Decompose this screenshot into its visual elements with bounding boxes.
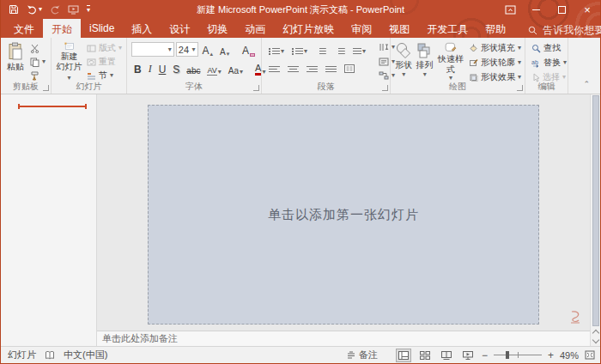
change-case-button[interactable]: Aa▾	[226, 62, 246, 76]
slide-canvas[interactable]: 单击以添加第一张幻灯片	[148, 105, 539, 325]
character-spacing-button[interactable]: AV▾	[204, 62, 223, 76]
notes-pane[interactable]: 单击此处添加备注	[97, 331, 590, 346]
reset-button[interactable]: 重置	[85, 56, 124, 68]
shapes-button[interactable]: 形状 ▾	[394, 40, 414, 82]
tab-developer[interactable]: 开发工具	[418, 19, 477, 38]
text-shadow-icon: S	[173, 64, 179, 76]
arrange-button[interactable]: 排列 ▾	[416, 40, 435, 82]
scrollbar-thumb[interactable]	[592, 95, 599, 326]
align-left-button[interactable]	[266, 59, 282, 73]
shape-outline-button[interactable]: 形状轮廓▾	[467, 57, 523, 69]
copy-dropdown-arrow[interactable]: ▾	[42, 58, 46, 65]
slide-placeholder-text[interactable]: 单击以添加第一张幻灯片	[268, 207, 419, 223]
strikethrough-button[interactable]: abc	[184, 62, 203, 76]
zoom-out-button[interactable]: −	[482, 350, 488, 361]
fit-to-window-icon[interactable]	[585, 350, 595, 360]
find-button[interactable]: 查找	[530, 42, 568, 54]
font-name-combo[interactable]: ▾	[131, 42, 174, 57]
language-status[interactable]: 中文(中国)	[64, 349, 107, 361]
italic-button[interactable]: I	[146, 62, 155, 76]
decrease-indent-button[interactable]	[313, 41, 329, 55]
text-shadow-button[interactable]: S	[170, 62, 182, 76]
close-button[interactable]: ×	[574, 0, 600, 19]
redo-button[interactable]	[50, 5, 60, 15]
clear-formatting-button[interactable]: A	[240, 43, 258, 57]
customize-qat-button[interactable]: ▾	[87, 5, 90, 14]
bullets-button[interactable]: ▾	[266, 41, 287, 55]
search-icon	[528, 26, 537, 35]
justify-button[interactable]	[323, 59, 339, 73]
layout-button[interactable]: 版式▾	[85, 42, 124, 54]
quick-styles-button[interactable]: 快速样式 ▾	[436, 40, 465, 82]
minimize-icon	[532, 9, 540, 10]
status-left: 幻灯片 中文(中国)	[8, 349, 107, 361]
zoom-level[interactable]: 49%	[560, 350, 579, 361]
increase-indent-button[interactable]	[331, 41, 348, 55]
tab-view[interactable]: 视图	[380, 19, 418, 38]
font-size-combo[interactable]: 24▾	[176, 42, 198, 57]
tab-review[interactable]: 审阅	[343, 19, 380, 38]
collapse-ribbon-button[interactable]: ⌃	[583, 80, 590, 88]
ribbon-display-options-button[interactable]	[497, 0, 523, 19]
select-dropdown-arrow: ▾	[562, 74, 566, 81]
minimize-button[interactable]	[523, 0, 549, 19]
decrease-indent-icon	[315, 47, 326, 55]
drawing-dialog-launcher[interactable]	[517, 85, 523, 91]
shape-fill-button[interactable]: 形状填充▾	[467, 42, 523, 54]
numbering-button[interactable]: ▾	[289, 41, 310, 55]
undo-dropdown-arrow[interactable]: ▾	[39, 6, 42, 13]
ribbon-display-options-icon	[505, 5, 516, 15]
reading-view-button[interactable]	[439, 349, 454, 362]
paste-button[interactable]: 粘贴	[4, 40, 27, 82]
clipboard-dialog-launcher[interactable]	[43, 85, 49, 91]
tab-design[interactable]: 设计	[161, 19, 198, 38]
start-slideshow-button[interactable]	[68, 5, 79, 15]
slide-thumbnail-pane[interactable]	[1, 94, 97, 346]
columns-button[interactable]	[342, 59, 357, 73]
bold-button[interactable]: B	[131, 62, 144, 76]
maximize-button[interactable]	[549, 0, 574, 19]
section-button[interactable]: 节▾	[85, 70, 124, 82]
vertical-scrollbar[interactable]	[590, 94, 600, 346]
normal-view-button[interactable]	[396, 349, 411, 362]
tab-slideshow[interactable]: 幻灯片放映	[274, 19, 343, 38]
previous-slide-button[interactable]	[592, 329, 599, 333]
underline-button[interactable]: U	[156, 62, 169, 76]
copy-button[interactable]: ▾	[28, 56, 47, 68]
next-slide-button[interactable]	[592, 338, 599, 343]
align-center-button[interactable]	[285, 59, 301, 73]
new-slide-button[interactable]: 新建 幻灯片 ▾	[55, 40, 83, 82]
tell-me-box[interactable]: 告诉我你想要做什么	[514, 19, 601, 38]
tab-animations[interactable]: 动画	[236, 19, 274, 38]
align-right-button[interactable]	[304, 59, 320, 73]
clipboard-small-buttons: ▾	[28, 40, 47, 82]
spell-check-icon[interactable]	[45, 350, 55, 361]
undo-button[interactable]: ▾	[27, 5, 42, 15]
tab-file[interactable]: 文件	[5, 19, 43, 38]
tab-help[interactable]: 帮助	[477, 19, 514, 38]
align-center-icon	[288, 65, 299, 73]
slides-small-buttons: 版式▾ 重置 节▾	[85, 40, 124, 82]
slide-sorter-view-button[interactable]	[417, 349, 433, 362]
font-dialog-launcher[interactable]	[253, 85, 259, 91]
tab-islide[interactable]: iSlide	[81, 19, 123, 38]
tab-insert[interactable]: 插入	[123, 19, 161, 38]
paragraph-dialog-launcher[interactable]	[382, 85, 388, 91]
grow-font-button[interactable]: A▴	[200, 43, 216, 57]
replace-button[interactable]: ab 替换▾	[530, 57, 568, 69]
zoom-slider[interactable]	[494, 355, 542, 355]
zoom-in-button[interactable]: +	[548, 350, 554, 361]
tab-transitions[interactable]: 切换	[198, 19, 236, 38]
shrink-font-button[interactable]: A▾	[217, 43, 232, 57]
slide-counter[interactable]: 幻灯片	[8, 349, 36, 361]
format-painter-button[interactable]	[28, 70, 47, 82]
notes-placeholder-text[interactable]: 单击此处添加备注	[102, 332, 178, 345]
tab-home[interactable]: 开始	[43, 19, 81, 38]
slideshow-view-button[interactable]	[460, 349, 476, 362]
cut-button[interactable]	[28, 42, 47, 54]
zoom-slider-thumb[interactable]	[506, 351, 509, 359]
line-spacing-button[interactable]: ▾	[350, 41, 368, 55]
save-button[interactable]	[9, 4, 19, 15]
notes-toggle-button[interactable]: 备注	[347, 349, 378, 361]
close-icon: ×	[584, 4, 591, 15]
